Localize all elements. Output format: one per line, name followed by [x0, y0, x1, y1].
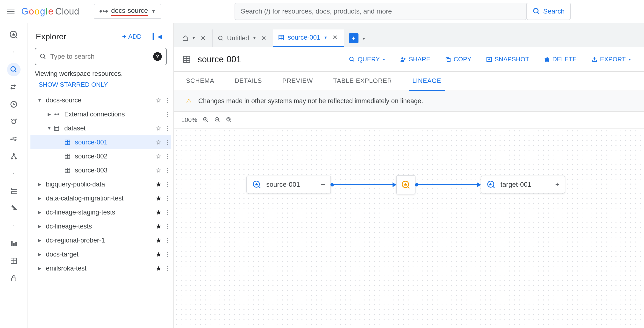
tree-dataset[interactable]: ▼ dataset ☆⋮: [30, 121, 171, 135]
subtab-details[interactable]: DETAILS: [231, 72, 265, 90]
more-icon[interactable]: ⋮: [163, 167, 171, 174]
help-icon[interactable]: ?: [153, 52, 162, 61]
expander-icon[interactable]: ▼: [35, 98, 44, 103]
tree-external[interactable]: ▶ External connections ⋮: [30, 107, 171, 121]
tab-source-001[interactable]: source-001 ▼ ✕: [273, 30, 344, 47]
more-icon[interactable]: ⋮: [163, 139, 171, 146]
explorer-search[interactable]: ?: [35, 48, 167, 65]
star-icon[interactable]: ☆: [154, 152, 163, 160]
add-button[interactable]: + ADD: [118, 30, 146, 43]
star-icon[interactable]: ★: [154, 222, 163, 230]
more-icon[interactable]: ⋮: [163, 153, 171, 160]
subtab-table-explorer[interactable]: TABLE EXPLORER: [330, 72, 396, 90]
more-icon[interactable]: ⋮: [163, 181, 171, 188]
rail-sql-workspace[interactable]: [7, 63, 20, 76]
lineage-node-target[interactable]: target-001 +: [481, 176, 565, 194]
expander-icon[interactable]: ▼: [45, 126, 54, 131]
copy-button[interactable]: COPY: [441, 53, 476, 66]
rail-scheduled[interactable]: [7, 98, 20, 111]
hamburger-menu[interactable]: [5, 6, 16, 17]
tree-table-source-003[interactable]: source-003 ☆⋮: [30, 163, 171, 177]
chevron-down-icon[interactable]: ▼: [324, 36, 328, 40]
tree-table-source-002[interactable]: source-002 ☆⋮: [30, 149, 171, 163]
rail-migration[interactable]: [7, 80, 20, 94]
more-icon[interactable]: ⋮: [163, 97, 171, 104]
lineage-graph[interactable]: source-001 − target-001 +: [174, 128, 644, 328]
more-icon[interactable]: ⋮: [163, 251, 171, 258]
query-button[interactable]: QUERY▼: [345, 53, 390, 66]
more-icon[interactable]: ⋮: [163, 209, 171, 216]
bigquery-icon: [252, 180, 261, 189]
external-icon: [54, 111, 62, 118]
lineage-node-source[interactable]: source-001 −: [246, 176, 331, 194]
zoom-out-icon[interactable]: [214, 117, 220, 123]
more-icon[interactable]: ⋮: [163, 237, 171, 244]
search-icon: [349, 56, 355, 62]
subtab-preview[interactable]: PREVIEW: [279, 72, 316, 90]
tab-untitled[interactable]: Untitled ▼ ✕: [212, 30, 273, 47]
snapshot-button[interactable]: SNAPSHOT: [482, 53, 533, 66]
rail-partner[interactable]: [7, 237, 20, 250]
zoom-controls: 100%: [174, 112, 644, 128]
subtab-lineage[interactable]: LINEAGE: [409, 72, 445, 91]
subtab-schema[interactable]: SCHEMA: [182, 72, 218, 90]
collapse-icon[interactable]: −: [316, 180, 325, 189]
rail-table-icon[interactable]: [7, 254, 20, 268]
collapse-panel-button[interactable]: ▎◀: [149, 30, 166, 43]
expand-icon[interactable]: +: [550, 180, 560, 189]
rail-bi-engine[interactable]: [7, 184, 20, 198]
lineage-process-node[interactable]: [396, 175, 416, 194]
star-icon[interactable]: ★: [154, 236, 163, 244]
search-input[interactable]: Search (/) for resources, docs, products…: [234, 3, 527, 20]
tree-project-other[interactable]: ▶dc-regional-prober-1★⋮: [30, 233, 171, 247]
star-icon[interactable]: ☆: [154, 96, 163, 104]
tree-project-other[interactable]: ▶docs-target★⋮: [30, 247, 171, 261]
close-icon[interactable]: ✕: [331, 34, 339, 41]
tab-home[interactable]: ▼ ✕: [177, 30, 212, 47]
star-icon[interactable]: ★: [154, 264, 163, 272]
more-icon[interactable]: ⋮: [163, 195, 171, 202]
rail-settings[interactable]: [7, 202, 20, 216]
star-icon[interactable]: ☆: [154, 166, 163, 174]
new-tab-button[interactable]: +: [349, 33, 358, 43]
tree-project-other[interactable]: ▶data-catalog-migration-test★⋮: [30, 191, 171, 205]
close-icon[interactable]: ✕: [260, 34, 268, 42]
rail-bigquery-icon[interactable]: [7, 28, 20, 42]
chevron-down-icon[interactable]: ▼: [192, 36, 196, 40]
explorer-search-input[interactable]: [50, 53, 149, 60]
expander-icon[interactable]: ▶: [45, 112, 54, 117]
tab-history-chevron[interactable]: ▼: [362, 37, 366, 41]
more-icon[interactable]: ⋮: [163, 223, 171, 230]
rail-lock-icon[interactable]: [7, 272, 20, 285]
rail-capacity[interactable]: [7, 150, 20, 163]
export-button[interactable]: EXPORT▼: [588, 53, 635, 66]
google-cloud-logo[interactable]: Google Cloud: [21, 6, 79, 17]
chevron-down-icon[interactable]: ▼: [252, 36, 256, 40]
show-starred-link[interactable]: SHOW STARRED ONLY: [28, 78, 174, 93]
delete-button[interactable]: DELETE: [540, 53, 581, 66]
star-icon[interactable]: ★: [154, 208, 163, 216]
more-icon[interactable]: ⋮: [163, 265, 171, 272]
share-button[interactable]: SHARE: [396, 53, 434, 66]
star-icon[interactable]: ☆: [154, 124, 163, 132]
tree-project-other[interactable]: ▶bigquery-public-data★⋮: [30, 177, 171, 191]
more-icon[interactable]: ⋮: [163, 125, 171, 132]
zoom-reset-icon[interactable]: [226, 117, 232, 123]
close-icon[interactable]: ✕: [199, 34, 207, 42]
tree-table-source-001[interactable]: source-001 ☆⋮: [30, 135, 171, 149]
star-icon[interactable]: ☆: [154, 138, 163, 146]
star-icon[interactable]: ★: [154, 250, 163, 258]
tree-project[interactable]: ▼ docs-source ☆⋮: [30, 93, 171, 107]
resource-tree: ▼ docs-source ☆⋮ ▶ External connections …: [28, 93, 174, 275]
rail-dataform[interactable]: [7, 132, 20, 146]
search-button[interactable]: Search: [526, 3, 571, 20]
rail-analytics-hub[interactable]: [7, 115, 20, 128]
star-icon[interactable]: ★: [154, 180, 163, 188]
star-icon[interactable]: ★: [154, 194, 163, 202]
project-selector[interactable]: docs-source ▼: [94, 4, 161, 19]
tree-project-other[interactable]: ▶emilsroka-test★⋮: [30, 261, 171, 275]
tree-project-other[interactable]: ▶dc-lineage-tests★⋮: [30, 219, 171, 233]
zoom-in-icon[interactable]: [203, 117, 209, 123]
more-icon[interactable]: ⋮: [163, 111, 171, 118]
tree-project-other[interactable]: ▶dc-lineage-staging-tests★⋮: [30, 205, 171, 219]
